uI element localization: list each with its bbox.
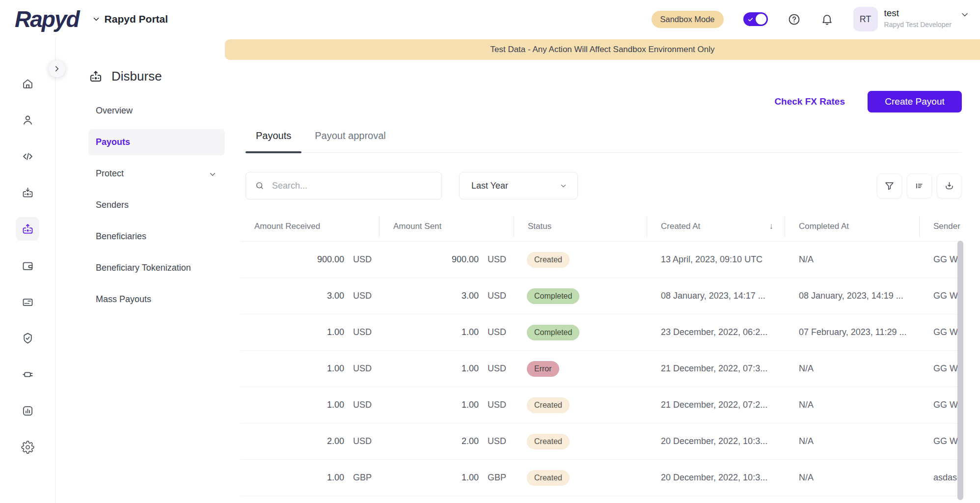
table-body: 900.00 USD 900.00 USD Created 13 April, …: [241, 242, 962, 496]
status-badge: Created: [527, 470, 570, 486]
column-header-created-at[interactable]: Created At ↓: [647, 211, 785, 241]
filter-icon: [884, 180, 895, 192]
sidebar-section-header: Disburse: [88, 69, 162, 84]
tab-payout-approval[interactable]: Payout approval: [304, 130, 396, 152]
disburse-sidebar: Disburse Overview Payouts Protect Sender…: [56, 38, 225, 503]
created-at-cell: 21 December, 2022, 07:2...: [647, 387, 785, 423]
sidebar-collapse-button[interactable]: [48, 60, 66, 78]
create-payout-button[interactable]: Create Payout: [868, 91, 962, 112]
help-button[interactable]: [788, 13, 801, 26]
rail-item-integrations[interactable]: [16, 363, 39, 386]
created-at-cell: 21 December, 2022, 07:3...: [647, 351, 785, 387]
rapyd-logo: Rapyd: [15, 6, 79, 32]
table-row[interactable]: 1.00 USD 1.00 USD Completed 23 December,…: [241, 314, 962, 351]
chevron-down-icon: [960, 10, 970, 20]
sandbox-toggle[interactable]: [743, 12, 768, 26]
sender-cell: GG WP: [920, 314, 962, 350]
sidebar-menu: Overview Payouts Protect Senders Benefic…: [88, 98, 225, 318]
sidebar-item-protect[interactable]: Protect: [88, 161, 225, 187]
collect-icon: [21, 186, 34, 199]
table-row[interactable]: 900.00 USD 900.00 USD Created 13 April, …: [241, 242, 962, 278]
sidebar-item-beneficiary-tokenization[interactable]: Beneficiary Tokenization: [88, 255, 225, 281]
scrollbar-thumb[interactable]: [957, 241, 963, 500]
portal-title: Rapyd Portal: [105, 13, 168, 25]
topbar-right: Sandbox Mode RT: [652, 7, 970, 31]
portal-switcher[interactable]: Rapyd Portal: [92, 13, 168, 25]
sidebar-title: Disburse: [111, 69, 162, 84]
search-input[interactable]: [272, 181, 433, 191]
amount-received-cell: 1.00 USD: [241, 387, 380, 423]
bar-chart-icon: [21, 404, 34, 418]
rail-item-collect[interactable]: [16, 181, 39, 204]
status-badge: Error: [527, 361, 559, 377]
column-header-completed-at[interactable]: Completed At: [785, 211, 920, 241]
code-icon: [21, 150, 34, 163]
table-row[interactable]: 1.00 GBP 1.00 GBP Created 20 December, 2…: [241, 460, 962, 496]
amount-sent-cell: 1.00 USD: [380, 351, 514, 387]
table-controls: Last Year: [245, 172, 962, 199]
download-button[interactable]: [937, 173, 962, 198]
rail-item-home[interactable]: [16, 72, 39, 95]
rail-item-wallet[interactable]: [16, 253, 39, 277]
gear-icon: [21, 441, 34, 454]
sidebar-item-mass-payouts[interactable]: Mass Payouts: [88, 286, 225, 312]
search-icon: [255, 180, 265, 191]
user-name: test: [884, 8, 952, 19]
table-row[interactable]: 1.00 USD 1.00 USD Created 21 December, 2…: [241, 387, 962, 423]
tab-payouts[interactable]: Payouts: [245, 130, 301, 152]
chevron-down-icon: [559, 182, 568, 190]
column-header-sender[interactable]: Sender: [920, 211, 962, 241]
rail-item-contacts[interactable]: [16, 108, 39, 132]
rail-item-developers[interactable]: [16, 144, 39, 168]
table-row[interactable]: 3.00 USD 3.00 USD Completed 08 January, …: [241, 278, 962, 314]
rail-item-disburse[interactable]: [16, 217, 39, 241]
sender-cell: GG WP: [920, 351, 962, 387]
sort-icon: [914, 180, 925, 192]
created-at-cell: 08 January, 2023, 14:17 ...: [647, 278, 785, 314]
sandbox-banner: Test Data - Any Action Will Affect Sandb…: [225, 39, 980, 60]
column-header-status[interactable]: Status: [514, 211, 647, 241]
created-at-cell: 23 December, 2022, 06:2...: [647, 314, 785, 350]
rail-item-verify[interactable]: [16, 326, 39, 350]
amount-received-cell: 3.00 USD: [241, 278, 380, 314]
amount-sent-cell: 1.00 USD: [380, 314, 514, 350]
notifications-button[interactable]: [820, 13, 834, 26]
sidebar-item-senders[interactable]: Senders: [88, 192, 225, 218]
amount-sent-cell: 900.00 USD: [380, 242, 514, 278]
toggle-knob: [756, 14, 766, 25]
sender-cell: GG WP: [920, 423, 962, 459]
status-cell: Completed: [514, 314, 647, 350]
status-cell: Created: [514, 387, 647, 423]
user-menu[interactable]: RT test Rapyd Test Developer: [853, 7, 970, 31]
bell-icon: [820, 13, 834, 26]
amount-received-cell: 1.00 USD: [241, 351, 380, 387]
top-bar: Rapyd Rapyd Portal Sandbox Mode: [0, 0, 980, 38]
column-header-amount-sent[interactable]: Amount Sent: [380, 211, 514, 241]
sidebar-item-payouts[interactable]: Payouts: [88, 129, 225, 155]
completed-at-cell: 07 February, 2023, 11:29 ...: [785, 314, 920, 350]
status-badge: Created: [527, 434, 570, 449]
filter-button[interactable]: [877, 173, 902, 198]
check-fx-rates-link[interactable]: Check FX Rates: [774, 96, 845, 107]
amount-sent-cell: 1.00 USD: [380, 387, 514, 423]
download-icon: [944, 180, 955, 192]
table-row[interactable]: 1.00 USD 1.00 USD Error 21 December, 202…: [241, 351, 962, 387]
payouts-tabs: Payouts Payout approval: [245, 130, 962, 153]
sidebar-item-overview[interactable]: Overview: [88, 98, 225, 124]
status-cell: Completed: [514, 278, 647, 314]
status-cell: Created: [514, 242, 647, 278]
rail-item-card[interactable]: [16, 290, 39, 313]
completed-at-cell: N/A: [785, 351, 920, 387]
rail-item-settings[interactable]: [16, 435, 39, 459]
rail-item-reports[interactable]: [16, 399, 39, 422]
status-badge: Completed: [527, 325, 579, 340]
app-root: Rapyd Rapyd Portal Sandbox Mode: [0, 0, 980, 503]
date-range-select[interactable]: Last Year: [459, 172, 578, 199]
sidebar-item-beneficiaries[interactable]: Beneficiaries: [88, 224, 225, 250]
table-row[interactable]: 2.00 USD 2.00 USD Created 20 December, 2…: [241, 423, 962, 460]
column-header-amount-received[interactable]: Amount Received: [241, 211, 380, 241]
status-badge: Completed: [527, 288, 579, 304]
sort-button[interactable]: [907, 173, 932, 198]
wallet-icon: [21, 259, 34, 272]
shield-check-icon: [21, 332, 34, 345]
